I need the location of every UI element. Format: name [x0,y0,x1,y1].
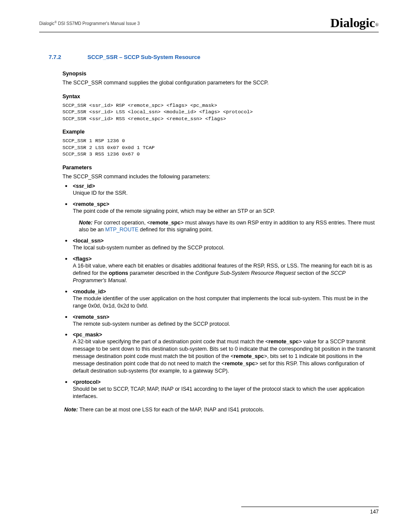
param-name: <protocol> [73,379,379,385]
param-item: <local_ssn> The local sub-system number … [67,238,379,252]
param-item: <remote_spc> The point code of the remot… [67,201,379,234]
note-text: For correct operation, < [93,220,150,226]
param-bold: remote_spc [225,361,255,367]
param-name: <pc_mask> [73,332,379,338]
logo: Dialogic® [330,16,379,31]
param-name: <flags> [73,256,379,262]
note-text: There can be at most one LSS for each of… [78,407,264,413]
param-item: <remote_ssn> The remote sub-system numbe… [67,314,379,328]
param-text: A 32-bit value specifying the part of a … [73,339,268,345]
param-name: <remote_spc> [73,201,379,207]
note-label: Note: [64,407,78,413]
synopsis-text: The SCCP_SSR command supplies the global… [62,79,379,87]
section-number: 7.7.2 [49,54,87,60]
section-heading: 7.7.2SCCP_SSR – SCCP Sub-System Resource [49,54,379,60]
param-name: <remote_ssn> [73,314,379,320]
param-italic: Configure Sub-System Resource Request [195,270,296,276]
param-bold: remote_spc [234,353,264,359]
param-desc: The module identifier of the user applic… [73,295,379,310]
header-subtitle: DSI SS7MD Programmer's Manual Issue 3 [57,21,140,26]
param-item: <ssr_id> Unique ID for the SSR. [67,183,379,197]
page-footer: 147 [241,507,379,515]
param-name: <ssr_id> [73,183,379,189]
parameters-list: <ssr_id> Unique ID for the SSR. <remote_… [67,183,379,400]
param-desc: The local sub-system number as defined b… [73,244,379,252]
mtp-route-link[interactable]: MTP_ROUTE [105,227,138,233]
note-bold: remote_spc [150,220,181,226]
example-heading: Example [62,129,379,135]
note-block: Note: There can be at most one LSS for e… [64,406,379,414]
param-desc: A 16-bit value, where each bit enables o… [73,262,379,284]
synopsis-heading: Synopsis [62,71,379,77]
param-bold: options [109,270,128,276]
param-item: <module_id> The module identifier of the… [67,289,379,310]
example-code: SCCP_SSR 1 RSP 1236 0 SCCP_SSR 2 LSS 0x0… [62,137,379,158]
note-label: Note: [79,220,93,226]
param-name: <local_ssn> [73,238,379,244]
param-item: <flags> A 16-bit value, where each bit e… [67,256,379,284]
note-text: defined for this signaling point. [138,227,212,233]
page-number: 147 [241,507,379,515]
parameters-heading: Parameters [62,165,379,171]
note-block: Note: For correct operation, <remote_spc… [79,219,379,234]
param-desc: Unique ID for the SSR. [73,190,379,197]
param-name: <module_id> [73,289,379,295]
param-bold: remote_spc [268,339,299,345]
page-header: Dialogic® DSI SS7MD Programmer's Manual … [39,16,379,32]
param-item: <protocol> Should be set to SCCP, TCAP, … [67,379,379,400]
header-doc-title: Dialogic® DSI SS7MD Programmer's Manual … [39,16,140,26]
header-brand: Dialogic [39,21,55,26]
param-desc: Should be set to SCCP, TCAP, MAP, INAP o… [73,386,379,400]
param-text: parameter described in the [128,270,196,276]
section-title-text: SCCP_SSR – SCCP Sub-System Resource [87,54,200,60]
param-desc: The point code of the remote signaling p… [73,208,379,215]
param-desc: A 32-bit value specifying the part of a … [73,338,379,374]
param-desc: The remote sub-system number as defined … [73,320,379,328]
param-text: section of the [296,270,330,276]
parameters-intro: The SCCP_SSR command includes the follow… [62,173,379,180]
content-body: Synopsis The SCCP_SSR command supplies t… [62,71,379,413]
syntax-code: SCCP_SSR <ssr_id> RSP <remote_spc> <flag… [62,102,379,122]
syntax-heading: Syntax [62,93,379,100]
param-text: . [126,277,127,283]
param-item: <pc_mask> A 32-bit value specifying the … [67,332,379,374]
